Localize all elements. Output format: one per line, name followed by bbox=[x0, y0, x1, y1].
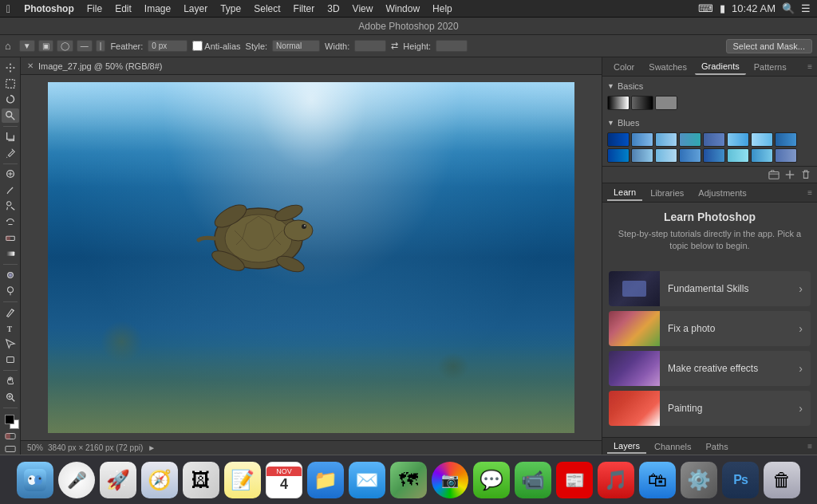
menu-filter[interactable]: Filter bbox=[288, 2, 321, 16]
style-input[interactable] bbox=[272, 40, 320, 52]
tab-libraries[interactable]: Libraries bbox=[644, 186, 690, 200]
search-icon[interactable]: 🔍 bbox=[782, 2, 795, 14]
gradient-swatch-1[interactable] bbox=[631, 132, 653, 147]
learn-panel-collapse[interactable]: ≡ bbox=[807, 188, 812, 197]
anti-alias-checkbox[interactable] bbox=[192, 41, 203, 51]
dock-notes[interactable]: 📝 bbox=[224, 462, 261, 498]
dock-files[interactable]: 📁 bbox=[307, 462, 344, 498]
basics-group-header[interactable]: ▼ Basics bbox=[607, 80, 812, 93]
tab-layers[interactable]: Layers bbox=[607, 439, 646, 454]
blues-group-header[interactable]: ▼ Blues bbox=[607, 116, 812, 129]
battery-icon[interactable]: ▮ bbox=[720, 2, 725, 14]
brush-tool[interactable] bbox=[2, 183, 19, 197]
select-mask-btn[interactable]: Select and Mask... bbox=[726, 39, 813, 53]
dock-news[interactable]: 📰 bbox=[556, 462, 593, 498]
gradient-swatch-2[interactable] bbox=[655, 132, 677, 147]
dock-finder[interactable] bbox=[17, 462, 53, 498]
menu-photoshop[interactable]: Photoshop bbox=[18, 2, 80, 16]
tab-adjustments[interactable]: Adjustments bbox=[692, 186, 753, 200]
hand-tool[interactable] bbox=[2, 374, 19, 388]
gradient-create-group-icon[interactable] bbox=[768, 168, 780, 181]
gradient-swatch-3[interactable] bbox=[679, 132, 701, 147]
tool-preset-btn[interactable]: ▼ bbox=[19, 40, 35, 52]
menu-help[interactable]: Help bbox=[427, 2, 458, 16]
tab-color[interactable]: Color bbox=[607, 60, 641, 74]
apple-menu-icon[interactable]:  bbox=[6, 2, 10, 15]
crop-tool[interactable] bbox=[2, 130, 19, 144]
menu-file[interactable]: File bbox=[81, 2, 108, 16]
menu-edit[interactable]: Edit bbox=[109, 2, 137, 16]
gradient-swatch-5[interactable] bbox=[727, 132, 749, 147]
foreground-color[interactable] bbox=[2, 413, 19, 427]
wifi-icon[interactable]: ⌨ bbox=[698, 2, 713, 14]
type-tool[interactable]: T bbox=[2, 321, 19, 336]
dock-music[interactable]: 🎵 bbox=[598, 462, 634, 498]
feather-input[interactable] bbox=[148, 40, 187, 52]
marquee-single-row-btn[interactable]: ― bbox=[77, 40, 93, 52]
pen-tool[interactable] bbox=[2, 305, 19, 320]
marquee-rect-btn[interactable]: ▣ bbox=[38, 40, 53, 52]
menu-3d[interactable]: 3D bbox=[322, 2, 345, 16]
dodge-tool[interactable] bbox=[2, 284, 19, 298]
tab-learn[interactable]: Learn bbox=[607, 185, 642, 201]
eraser-tool[interactable] bbox=[2, 230, 19, 245]
dock-photoshop[interactable]: Ps bbox=[722, 462, 759, 498]
menu-layer[interactable]: Layer bbox=[178, 2, 213, 16]
menu-view[interactable]: View bbox=[347, 2, 379, 16]
marquee-tool[interactable] bbox=[2, 77, 19, 91]
eyedropper-tool[interactable] bbox=[2, 146, 19, 160]
zoom-tool[interactable] bbox=[2, 390, 19, 404]
tutorial-make-creative-effects[interactable]: Make creative effects › bbox=[609, 351, 811, 386]
move-tool[interactable] bbox=[2, 61, 19, 75]
gradient-swatch-6[interactable] bbox=[751, 132, 773, 147]
gradient-swatch-dark[interactable] bbox=[631, 96, 653, 110]
gradient-swatch-10[interactable] bbox=[655, 148, 677, 163]
layers-panel-collapse[interactable]: ≡ bbox=[807, 442, 812, 451]
dock-trash[interactable]: 🗑 bbox=[764, 462, 800, 498]
dock-maps[interactable]: 🗺 bbox=[390, 462, 427, 498]
tab-gradients[interactable]: Gradients bbox=[695, 59, 746, 75]
control-center-icon[interactable]: ☰ bbox=[801, 2, 811, 14]
spot-heal-tool[interactable] bbox=[2, 167, 19, 181]
status-arrow-btn[interactable]: ► bbox=[148, 443, 156, 452]
dock-safari[interactable]: 🧭 bbox=[141, 462, 178, 498]
gradient-swatch-7[interactable] bbox=[775, 132, 797, 147]
tab-swatches[interactable]: Swatches bbox=[642, 60, 693, 74]
history-brush-tool[interactable] bbox=[2, 215, 19, 229]
gradient-swatch-9[interactable] bbox=[631, 148, 653, 163]
tutorial-fix-photo[interactable]: Fix a photo › bbox=[609, 311, 811, 346]
quick-mask-btn[interactable] bbox=[2, 431, 19, 442]
gradient-swatch-12[interactable] bbox=[703, 148, 725, 163]
dock-mail[interactable]: ✉️ bbox=[349, 462, 385, 498]
dock-photos-icon[interactable]: 📷 bbox=[432, 462, 468, 498]
width-input[interactable] bbox=[354, 40, 386, 52]
tab-paths[interactable]: Paths bbox=[700, 440, 735, 453]
gradient-swatch-0[interactable] bbox=[607, 132, 630, 147]
dock-facetime[interactable]: 📹 bbox=[515, 462, 551, 498]
dock-calendar[interactable]: NOV 4 bbox=[266, 462, 302, 498]
dock-appstore[interactable]: 🛍 bbox=[639, 462, 676, 498]
path-select-tool[interactable] bbox=[2, 337, 19, 352]
lasso-tool[interactable] bbox=[2, 93, 19, 107]
gradient-swatch-solid[interactable] bbox=[655, 96, 677, 110]
gradient-swatch-bw[interactable] bbox=[607, 96, 630, 110]
clone-tool[interactable] bbox=[2, 199, 19, 213]
tab-channels[interactable]: Channels bbox=[648, 440, 697, 453]
dock-messages[interactable]: 💬 bbox=[473, 462, 510, 498]
home-icon[interactable]: ⌂ bbox=[5, 40, 11, 52]
menu-type[interactable]: Type bbox=[215, 2, 247, 16]
dock-launchpad[interactable]: 🚀 bbox=[100, 462, 136, 498]
height-input[interactable] bbox=[436, 40, 468, 52]
gradient-swatch-15[interactable] bbox=[775, 148, 797, 163]
gradient-swatch-14[interactable] bbox=[751, 148, 773, 163]
gradient-add-icon[interactable] bbox=[783, 168, 796, 181]
quick-select-tool[interactable] bbox=[2, 108, 19, 123]
gradient-panel-collapse[interactable]: ≡ bbox=[807, 62, 812, 71]
tutorial-painting[interactable]: Painting › bbox=[609, 391, 811, 426]
dock-siri[interactable]: 🎤 bbox=[58, 462, 95, 498]
dock-photos-app[interactable]: 🖼 bbox=[183, 462, 219, 498]
canvas-wrapper[interactable] bbox=[21, 75, 602, 440]
menu-window[interactable]: Window bbox=[380, 2, 425, 16]
marquee-single-col-btn[interactable]: | bbox=[96, 40, 106, 52]
shape-tool[interactable] bbox=[2, 352, 19, 367]
